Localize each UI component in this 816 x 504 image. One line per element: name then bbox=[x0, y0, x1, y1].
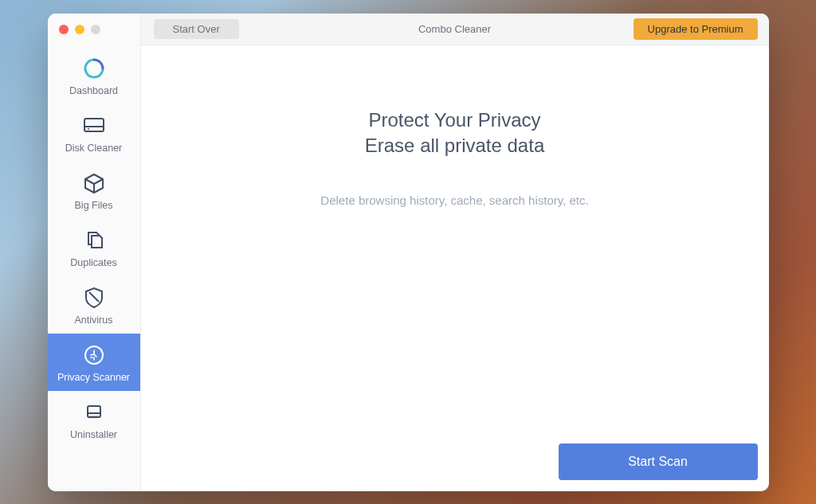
sidebar-item-disk-cleaner[interactable]: Disk Cleaner bbox=[48, 104, 140, 162]
svg-rect-5 bbox=[88, 406, 100, 417]
duplicates-icon bbox=[82, 229, 106, 252]
headline: Protect Your Privacy Erase all private d… bbox=[365, 107, 544, 159]
sidebar-item-big-files[interactable]: Big Files bbox=[48, 162, 140, 219]
privacy-icon bbox=[82, 343, 106, 367]
maximize-window-button[interactable] bbox=[91, 25, 100, 34]
sidebar-item-label: Antivirus bbox=[75, 315, 113, 326]
sidebar-item-label: Big Files bbox=[75, 200, 113, 211]
svg-rect-0 bbox=[84, 119, 104, 131]
sidebar-item-label: Uninstaller bbox=[70, 429, 117, 440]
start-scan-button[interactable]: Start Scan bbox=[559, 443, 758, 480]
sidebar: Dashboard Disk Cleaner Big Files bbox=[48, 14, 141, 491]
titlebar: Start Over Combo Cleaner Upgrade to Prem… bbox=[141, 14, 769, 45]
sidebar-item-label: Duplicates bbox=[70, 257, 116, 268]
dashboard-icon bbox=[82, 57, 106, 80]
footer: Start Scan bbox=[141, 443, 769, 491]
minimize-window-button[interactable] bbox=[75, 25, 84, 34]
sidebar-item-dashboard[interactable]: Dashboard bbox=[48, 47, 140, 104]
sidebar-item-label: Dashboard bbox=[69, 85, 118, 96]
window-controls bbox=[59, 25, 100, 34]
svg-line-3 bbox=[89, 292, 99, 302]
sidebar-item-uninstaller[interactable]: Uninstaller bbox=[48, 391, 140, 448]
shield-icon bbox=[82, 286, 106, 310]
sidebar-item-label: Disk Cleaner bbox=[65, 143, 123, 154]
main-area: Start Over Combo Cleaner Upgrade to Prem… bbox=[141, 14, 769, 491]
app-window: Dashboard Disk Cleaner Big Files bbox=[48, 14, 769, 491]
app-title: Combo Cleaner bbox=[418, 23, 491, 35]
upgrade-button[interactable]: Upgrade to Premium bbox=[634, 18, 758, 40]
headline-line1: Protect Your Privacy bbox=[365, 107, 544, 133]
sidebar-item-privacy-scanner[interactable]: Privacy Scanner bbox=[48, 334, 140, 391]
content: Protect Your Privacy Erase all private d… bbox=[141, 45, 769, 443]
sidebar-item-antivirus[interactable]: Antivirus bbox=[48, 276, 140, 334]
svg-point-2 bbox=[88, 128, 89, 130]
start-over-button[interactable]: Start Over bbox=[154, 19, 239, 39]
subtext: Delete browsing history, cache, search h… bbox=[320, 193, 588, 207]
uninstaller-icon bbox=[82, 400, 106, 424]
headline-line2: Erase all private data bbox=[365, 133, 544, 158]
box-icon bbox=[82, 171, 106, 195]
close-window-button[interactable] bbox=[59, 25, 69, 34]
disk-icon bbox=[82, 114, 106, 138]
sidebar-item-duplicates[interactable]: Duplicates bbox=[48, 219, 140, 276]
sidebar-item-label: Privacy Scanner bbox=[57, 372, 130, 383]
